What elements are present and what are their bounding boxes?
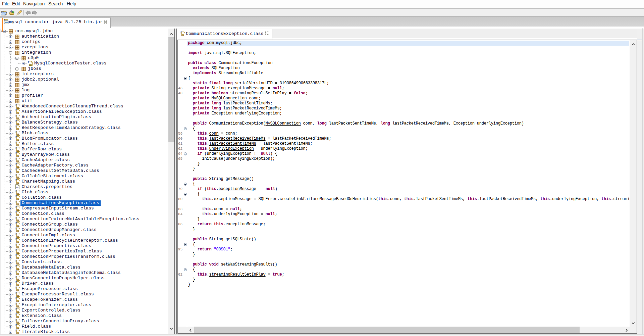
svg-text:010: 010 [5,21,8,23]
svg-text:010: 010 [29,64,32,66]
svg-text:010: 010 [16,145,19,146]
svg-text:010: 010 [16,317,19,318]
svg-text:010: 010 [16,311,19,313]
svg-text:010: 010 [16,268,19,270]
svg-text:010: 010 [16,118,19,119]
svg-text:010: 010 [16,209,19,211]
svg-text:010: 010 [16,161,19,162]
svg-text:010: 010 [16,279,19,281]
svg-text:010: 010 [16,247,19,248]
svg-text:010: 010 [16,300,19,302]
svg-text:010: 010 [16,220,19,222]
svg-text:010: 010 [16,172,19,173]
svg-text:010: 010 [16,295,19,297]
svg-text:010: 010 [16,177,19,179]
svg-text:010: 010 [16,204,19,205]
svg-text:010: 010 [16,155,19,157]
svg-text:010: 010 [16,214,19,216]
svg-text:010: 010 [16,327,19,329]
svg-text:010: 010 [16,241,19,243]
svg-text:010: 010 [182,35,184,36]
svg-text:010: 010 [16,182,19,184]
svg-text:010: 010 [16,134,19,136]
svg-text:010: 010 [16,274,19,275]
svg-text:010: 010 [16,263,19,265]
svg-text:010: 010 [16,150,19,152]
svg-text:010: 010 [16,198,19,200]
svg-text:010: 010 [16,166,19,168]
svg-text:010: 010 [16,107,19,109]
svg-text:010: 010 [16,231,19,232]
svg-text:010: 010 [16,112,19,114]
svg-text:010: 010 [16,257,19,259]
svg-text:010: 010 [16,306,19,307]
svg-text:010: 010 [16,123,19,125]
svg-text:010: 010 [16,129,19,130]
svg-text:010: 010 [16,236,19,238]
svg-text:010: 010 [16,290,19,291]
svg-text:010: 010 [16,322,19,324]
svg-text:010: 010 [16,139,19,141]
svg-text:010: 010 [16,193,19,195]
svg-text:010: 010 [16,252,19,254]
svg-text:010: 010 [16,225,19,227]
svg-text:010: 010 [16,284,19,286]
